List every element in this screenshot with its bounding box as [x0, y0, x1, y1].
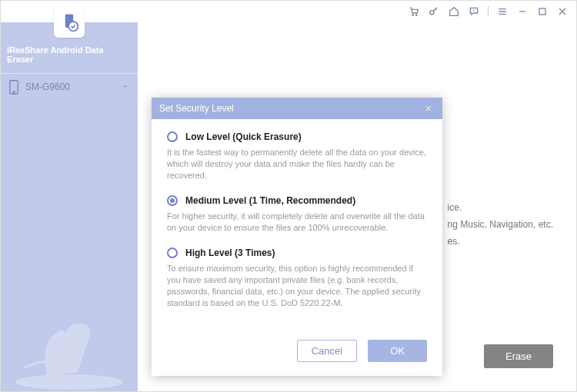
app-window: iReaShare Android Data Eraser SM-G9600 i…	[0, 0, 577, 392]
radio-high[interactable]	[167, 247, 178, 258]
security-level-dialog: Set Security Level Low Level (Quick Eras…	[152, 98, 442, 376]
option-medium-desc: For higher security, it will completely …	[167, 211, 427, 234]
app-body: iReaShare Android Data Eraser SM-G9600 i…	[1, 22, 576, 391]
titlebar-divider	[488, 6, 489, 17]
menu-icon[interactable]	[496, 5, 509, 18]
phone-icon	[8, 80, 19, 94]
cancel-button[interactable]: Cancel	[297, 340, 357, 362]
brand-title: iReaShare Android Data Eraser	[7, 42, 132, 67]
ok-button[interactable]: OK	[368, 340, 427, 362]
peek-line: es.	[448, 233, 553, 250]
device-selector[interactable]: SM-G9600	[1, 73, 138, 100]
brand-area: iReaShare Android Data Eraser	[1, 7, 138, 73]
option-low-title: Low Level (Quick Erasure)	[185, 131, 302, 142]
cart-icon[interactable]	[408, 5, 420, 18]
svg-point-0	[412, 15, 413, 15]
option-high-desc: To ensure maximum security, this option …	[167, 263, 427, 309]
home-icon[interactable]	[448, 5, 460, 18]
sidebar: iReaShare Android Data Eraser SM-G9600	[1, 22, 138, 391]
option-medium: Medium Level (1 Time, Recommended) For h…	[167, 195, 427, 234]
option-medium-title: Medium Level (1 Time, Recommended)	[185, 195, 355, 206]
svg-rect-3	[539, 8, 545, 15]
option-high-title: High Level (3 Times)	[185, 247, 275, 258]
option-low: Low Level (Quick Erasure) It is the fast…	[167, 131, 427, 181]
sidebar-decorative-illustration	[1, 291, 138, 391]
device-label: SM-G9600	[25, 81, 115, 92]
svg-point-1	[416, 15, 417, 15]
dialog-header: Set Security Level	[152, 98, 442, 119]
option-medium-head[interactable]: Medium Level (1 Time, Recommended)	[167, 195, 427, 206]
feedback-icon[interactable]	[468, 5, 480, 18]
dialog-footer: Cancel OK	[152, 335, 442, 376]
erase-button[interactable]: Erase	[484, 344, 553, 368]
option-low-desc: It is the fastest way to permanently del…	[167, 147, 427, 181]
radio-low[interactable]	[167, 131, 178, 142]
option-high-head[interactable]: High Level (3 Times)	[167, 247, 427, 258]
dialog-title: Set Security Level	[159, 103, 234, 114]
radio-medium[interactable]	[167, 195, 178, 206]
option-high: High Level (3 Times) To ensure maximum s…	[167, 247, 427, 309]
minimize-icon[interactable]	[516, 5, 529, 18]
dialog-body: Low Level (Quick Erasure) It is the fast…	[152, 119, 442, 335]
close-icon[interactable]	[556, 5, 569, 18]
chevron-down-icon	[121, 81, 130, 93]
maximize-icon[interactable]	[536, 5, 549, 18]
brand-logo-icon	[54, 7, 85, 38]
background-text-fragment: ice. ng Music, Navigation, etc. es.	[448, 199, 553, 250]
option-low-head[interactable]: Low Level (Quick Erasure)	[167, 131, 427, 142]
svg-point-8	[15, 374, 123, 390]
peek-line: ice.	[448, 199, 553, 216]
peek-line: ng Music, Navigation, etc.	[448, 216, 553, 233]
dialog-close-icon[interactable]	[422, 102, 435, 115]
svg-point-2	[430, 11, 434, 15]
key-icon[interactable]	[428, 5, 440, 18]
svg-point-7	[13, 91, 15, 92]
